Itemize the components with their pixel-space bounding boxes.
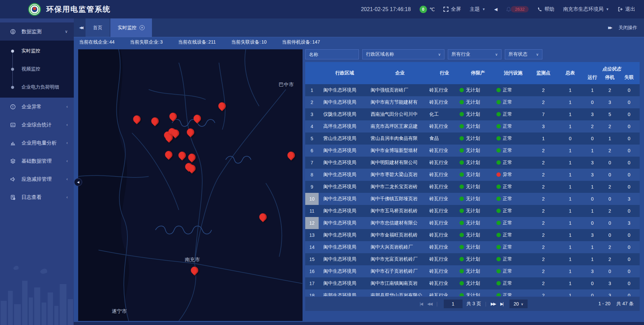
sidebar-item-enterprise-abnormal[interactable]: 企业异常‹ [0, 98, 74, 116]
limit-status-cell: 无计划 [460, 220, 496, 226]
tabs-scroll-left-icon[interactable]: ◀◀ [74, 25, 86, 30]
table-row[interactable]: 1阆中生态环境局阆中强锐页岩砖厂砖瓦行业无计划正常21120 [305, 84, 640, 96]
map-collapse-handle[interactable]: ◀ [74, 178, 82, 186]
sidebar-subitem[interactable]: 视频监控 [0, 60, 74, 78]
company-cell: 阆中市忠信建材有限公 [371, 220, 429, 226]
industry-cell: 砖瓦行业 [429, 280, 460, 286]
table-row[interactable]: 9阆中生态环境局阆中市二龙长宝页岩砖砖瓦行业无计划正常21120 [305, 181, 640, 193]
tab-实时监控[interactable]: 实时监控× [110, 18, 152, 37]
table-row[interactable]: 15阆中生态环境局阆中市光富页岩机砖厂砖瓦行业无计划正常21120 [305, 253, 640, 265]
status-dot [496, 221, 501, 225]
facility-status-label: 正常 [503, 184, 512, 189]
table-row[interactable]: 17阆中生态环境局阆中市江南镇阆南页岩砖瓦行业无计划正常21030 [305, 277, 640, 289]
facility-status-cell: 正常 [496, 280, 530, 286]
limit-status-cell: 无计划 [460, 99, 496, 105]
facility-status-label: 异常 [503, 172, 512, 177]
table-row[interactable]: 16阆中生态环境局阆中市石子页岩机砖厂砖瓦行业无计划正常21300 [305, 265, 640, 277]
meters-cell: 1 [557, 269, 584, 274]
sidebar-item-emergency[interactable]: 应急减排管理‹ [0, 170, 74, 188]
table-row[interactable]: 11阆中生态环境局阆中市五马桥页岩机砖砖瓦行业无计划正常21120 [305, 205, 640, 217]
sidebar-submenu: 实时监控视频监控企业电力负荷明细 [0, 41, 74, 98]
stat-item: 当前失联企业:3 [130, 39, 163, 45]
page-size-select[interactable]: 20 ∨ [509, 300, 528, 308]
table-row[interactable]: 4高坪生态环境局南充市高坪区王家店建砖瓦行业无计划正常31220 [305, 120, 640, 132]
notifications-button[interactable]: 2632 [506, 6, 529, 12]
facility-status-cell: 正常 [496, 232, 530, 238]
sidebar-item-label: 基础数据管理 [21, 158, 52, 164]
pagination-bar: |◀ ◀◀ | 1 共 3 页 | ▶▶ ▶| 20 ∨ 1 - 20 共 47… [305, 297, 640, 311]
theme-dropdown[interactable]: 主题 ▼ [470, 6, 485, 12]
tab-label: 首页 [93, 25, 102, 31]
sidebar-subitem[interactable]: 企业电力负荷明细 [0, 78, 74, 96]
status-dot [460, 245, 464, 249]
region-cell: 阆中生态环境局 [319, 208, 371, 214]
sidebar-item-base-data[interactable]: 基础数据管理‹ [0, 152, 74, 170]
industry-cell: 砖瓦行业 [429, 268, 460, 274]
sidebar-subitem[interactable]: 实时监控 [0, 42, 74, 60]
table-row[interactable]: 13阆中生态环境局阆中市金福旺页岩机砖砖瓦行业无计划正常21300 [305, 229, 640, 241]
map-panel[interactable]: 巴中市南充市遂宁市 ◀ [78, 49, 303, 321]
sidebar-item-logs[interactable]: 日志查看‹ [0, 188, 74, 206]
status-dot [460, 136, 464, 141]
sidebar-item-enterprise-stats[interactable]: 企业综合统计‹ [0, 116, 74, 134]
help-button[interactable]: 帮助 [537, 6, 554, 12]
page-number-input[interactable]: 1 [444, 300, 463, 308]
prev-page-icon[interactable]: ◀◀ [425, 302, 434, 306]
table-row[interactable]: 14阆中生态环境局阆中大兴页岩机砖厂砖瓦行业无计划正常21120 [305, 241, 640, 253]
facility-status-label: 正常 [503, 160, 512, 165]
stats-icon [10, 122, 17, 128]
table-row[interactable]: 6阆中生态环境局阆中市金博瑞新型墙材砖瓦行业无计划正常21120 [305, 145, 640, 157]
status-dot [496, 281, 501, 285]
close-operations-button[interactable]: 关闭操作 [619, 25, 637, 31]
logout-button[interactable]: 退出 [618, 6, 635, 12]
stat-value: 147 [312, 39, 320, 45]
points-cell: 2 [530, 184, 557, 189]
tab-close-icon[interactable]: × [140, 25, 145, 30]
lost-count-cell: 0 [619, 257, 640, 262]
company-cell: 阆中市五马桥页岩机砖 [371, 208, 429, 214]
stat-value: 211 [208, 39, 216, 45]
facility-status-cell: 正常 [496, 111, 530, 117]
table-row[interactable]: 8阆中生态环境局阆中市枣碧大梁山页岩砖瓦行业无计划异常21300 [305, 169, 640, 181]
phone-icon [537, 7, 542, 12]
table-row[interactable]: 5营山生态环境局营山县润丰肉食品有限食品无计划正常10010 [305, 132, 640, 145]
table-row[interactable]: 18南部生态环境局南部县双华山页岩有限公砖瓦行业无计划正常21030 [305, 289, 640, 296]
limit-status-cell: 无计划 [460, 232, 496, 238]
lost-count-cell: 0 [619, 136, 640, 141]
region-filter-select[interactable]: 行政区域名称 ∨ [362, 49, 444, 59]
facility-status-label: 正常 [503, 148, 512, 153]
org-dropdown[interactable]: 南充市生态环境局 ▼ [563, 6, 609, 12]
mute-icon[interactable]: ◀ [494, 7, 497, 12]
limit-status-cell: 无计划 [460, 196, 496, 202]
table-row[interactable]: 10阆中生态环境局阆中千佛镇五郎垭页岩砖瓦行业无计划正常21003 [305, 193, 640, 205]
status-dot [460, 233, 464, 237]
run-count-cell: 3 [584, 160, 601, 165]
first-page-icon[interactable]: |◀ [417, 302, 425, 306]
fullscreen-button[interactable]: 全屏 [443, 6, 461, 12]
sidebar-item-power-analysis[interactable]: 企业用电量分析‹ [0, 134, 74, 152]
next-page-icon[interactable]: ▶▶ [488, 302, 498, 306]
run-count-cell: 3 [584, 269, 601, 274]
table-row[interactable]: 12阆中生态环境局阆中市忠信建材有限公砖瓦行业无计划正常21003 [305, 217, 640, 229]
stop-count-cell: 1 [601, 136, 619, 141]
status-filter-select[interactable]: 所有状态 ∨ [505, 49, 542, 59]
sidebar-item-data-monitor[interactable]: 数据监测∨ [0, 22, 74, 41]
table-row[interactable]: 7阆中生态环境局阆中明阳建材有限公司砖瓦行业无计划正常21300 [305, 157, 640, 169]
meters-cell: 1 [557, 245, 584, 250]
stat-item: 当前失联设备:10 [231, 39, 266, 45]
table-row[interactable]: 3仪陇生态环境局西南油气田分公司川中化工无计划正常71350 [305, 108, 640, 120]
table-row[interactable]: 2阆中生态环境局阆中市南方节能建材有砖瓦行业无计划正常21030 [305, 96, 640, 108]
last-page-icon[interactable]: ▶| [498, 302, 505, 306]
fullscreen-label: 全屏 [451, 6, 461, 12]
enterprise-panel: 行政区域名称 ∨ 所有行业 ∨ 所有状态 ∨ 行政区域企业行业停限产治污设施监测… [305, 49, 640, 321]
industry-filter-select[interactable]: 所有行业 ∨ [448, 49, 501, 59]
tab-首页[interactable]: 首页 [86, 18, 110, 37]
region-cell: 高坪生态环境局 [319, 123, 371, 129]
status-dot [496, 257, 501, 261]
table-header: 行政区域企业行业停限产治污设施监测点总表 点位状态 运行停机失联 [305, 62, 640, 84]
lost-count-cell: 0 [619, 124, 640, 129]
run-count-cell: 0 [584, 293, 601, 296]
name-filter-input[interactable] [305, 49, 359, 59]
tabs-scroll-right-icon[interactable]: ▶▶ [608, 25, 612, 30]
horizontal-scrollbar[interactable] [74, 322, 644, 325]
